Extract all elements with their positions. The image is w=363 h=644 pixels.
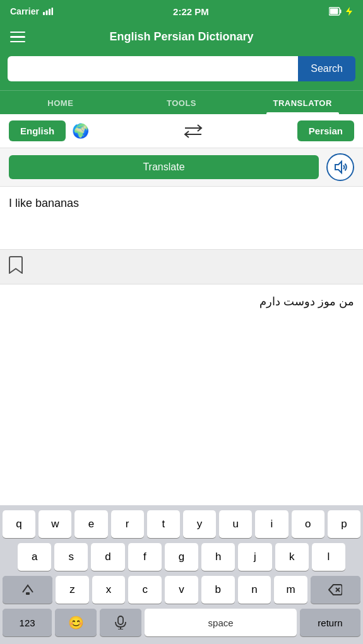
key-b[interactable]: b: [201, 576, 235, 604]
target-language-button[interactable]: Persian: [297, 120, 354, 141]
key-t[interactable]: t: [147, 510, 180, 538]
key-q[interactable]: q: [3, 510, 35, 538]
input-area[interactable]: I like bananas: [0, 187, 363, 250]
keyboard: q w e r t y u i o p a s d f g h j k l z …: [0, 505, 363, 644]
svg-rect-9: [26, 592, 30, 595]
search-bar: Search: [0, 52, 363, 90]
key-f[interactable]: f: [128, 543, 162, 571]
key-g[interactable]: g: [165, 543, 198, 571]
key-k[interactable]: k: [275, 543, 309, 571]
key-mic[interactable]: [100, 609, 141, 636]
key-a[interactable]: a: [18, 543, 51, 571]
key-c[interactable]: c: [128, 576, 162, 604]
language-selector: English 🌍 Persian: [0, 114, 363, 148]
svg-marker-7: [346, 7, 352, 16]
key-emoji[interactable]: 😊: [55, 609, 97, 636]
app-title: English Persian Dictionary: [109, 30, 253, 44]
key-m[interactable]: m: [274, 576, 307, 604]
key-e[interactable]: e: [74, 510, 107, 538]
key-o[interactable]: o: [292, 510, 324, 538]
svg-rect-5: [330, 9, 338, 15]
app-header: English Persian Dictionary: [0, 23, 363, 52]
bookmark-button[interactable]: [9, 256, 23, 278]
status-right: [329, 7, 353, 16]
key-numbers[interactable]: 123: [3, 609, 52, 636]
key-d[interactable]: d: [91, 543, 124, 571]
key-z[interactable]: z: [56, 576, 89, 604]
speaker-icon: [333, 160, 348, 175]
key-v[interactable]: v: [165, 576, 198, 604]
key-p[interactable]: p: [328, 510, 360, 538]
key-backspace[interactable]: [311, 576, 360, 604]
status-time: 2:22 PM: [173, 6, 209, 17]
svg-rect-1: [45, 11, 47, 16]
tab-translator[interactable]: TRANSLATOR: [242, 91, 363, 114]
key-w[interactable]: w: [39, 510, 71, 538]
translate-button[interactable]: Translate: [9, 155, 319, 179]
key-return[interactable]: return: [300, 609, 360, 636]
battery-icon: [329, 7, 342, 16]
key-shift[interactable]: [3, 576, 52, 604]
menu-button[interactable]: [10, 32, 25, 43]
key-i[interactable]: i: [255, 510, 288, 538]
keyboard-row-bottom: 123 😊 space return: [0, 609, 363, 639]
keyboard-row-2: a s d f g h j k l: [0, 543, 363, 571]
key-y[interactable]: y: [183, 510, 216, 538]
svg-rect-6: [340, 9, 342, 13]
search-input[interactable]: [8, 56, 298, 81]
output-area: من موز دوست دارم: [0, 284, 363, 335]
keyboard-row-1: q w e r t y u i o p: [0, 510, 363, 538]
svg-rect-12: [118, 616, 123, 624]
search-button[interactable]: Search: [298, 56, 355, 81]
key-n[interactable]: n: [238, 576, 271, 604]
charging-icon: [345, 7, 353, 16]
nav-tabs: HOME TOOLS TRANSLATOR: [0, 90, 363, 114]
key-r[interactable]: r: [111, 510, 144, 538]
bookmark-row: [0, 250, 363, 284]
key-h[interactable]: h: [201, 543, 235, 571]
svg-rect-2: [49, 9, 51, 15]
keyboard-row-3: z x c v b n m: [0, 576, 363, 604]
svg-rect-3: [51, 8, 53, 15]
status-bar: Carrier 2:22 PM: [0, 0, 363, 23]
svg-marker-8: [335, 161, 342, 173]
key-l[interactable]: l: [312, 543, 345, 571]
globe-icon[interactable]: 🌍: [72, 123, 89, 139]
key-space[interactable]: space: [145, 609, 296, 636]
mic-icon: [115, 616, 126, 629]
source-language-button[interactable]: English: [9, 120, 66, 141]
tab-home[interactable]: HOME: [0, 91, 121, 114]
status-carrier: Carrier: [10, 6, 53, 16]
key-u[interactable]: u: [219, 510, 252, 538]
swap-icon: [184, 124, 203, 138]
key-s[interactable]: s: [54, 543, 88, 571]
translate-row: Translate: [0, 148, 363, 187]
swap-languages-button[interactable]: [95, 124, 291, 138]
key-j[interactable]: j: [238, 543, 271, 571]
input-text: I like bananas: [9, 196, 354, 211]
key-x[interactable]: x: [92, 576, 126, 604]
tab-tools[interactable]: TOOLS: [121, 91, 242, 114]
svg-rect-0: [43, 12, 45, 15]
speaker-button[interactable]: [326, 153, 354, 181]
output-text: من موز دوست دارم: [9, 293, 354, 310]
